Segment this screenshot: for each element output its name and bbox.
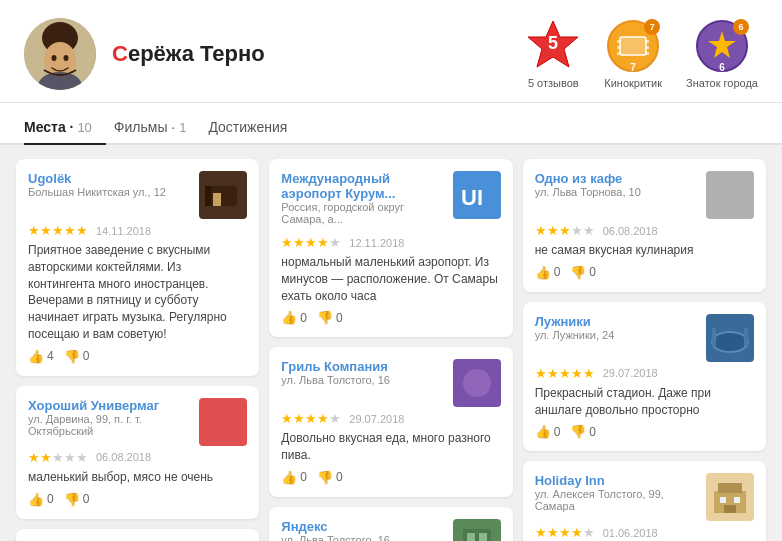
like-univermag[interactable]: 👍0 <box>28 492 54 507</box>
dislike-cafe[interactable]: 👎0 <box>570 265 596 280</box>
dislike-airport[interactable]: 👎0 <box>317 310 343 325</box>
svg-point-4 <box>52 55 57 61</box>
card-holiday-link[interactable]: Holiday Inn <box>535 473 605 488</box>
badge-reviews: 5 5 отзывов <box>526 19 580 89</box>
text-airport: нормальный маленький аэропорт. Из минусо… <box>281 254 500 304</box>
column-3: Одно из кафе ул. Льва Торнова, 10 ★★★★★ … <box>523 159 766 541</box>
card-holiday-thumb <box>706 473 754 521</box>
card-yandex-link[interactable]: Яндекс <box>281 519 327 534</box>
svg-rect-36 <box>467 533 475 541</box>
svg-rect-48 <box>734 497 740 503</box>
like-grill[interactable]: 👍0 <box>281 470 307 485</box>
svg-text:5: 5 <box>548 33 558 53</box>
like-luzhniki[interactable]: 👍0 <box>535 424 561 439</box>
svg-rect-49 <box>724 505 736 513</box>
text-univermag: маленький выбор, мясо не очень <box>28 469 247 486</box>
svg-rect-44 <box>744 328 748 346</box>
text-luzhniki: Прекрасный стадион. Даже при аншлаге дов… <box>535 385 754 419</box>
column-1: Ugolёk Большая Никитская ул., 12 ★★★★★ 1… <box>16 159 259 541</box>
dislike-univermag[interactable]: 👎0 <box>64 492 90 507</box>
card-airport-link[interactable]: Международный аэропорт Курум... <box>281 171 395 201</box>
svg-rect-25 <box>205 186 211 206</box>
card-cafe-link[interactable]: Одно из кафе <box>535 171 623 186</box>
svg-rect-13 <box>617 46 621 49</box>
card-ugolok-thumb <box>199 171 247 219</box>
card-luzhniki-thumb <box>706 314 754 362</box>
name-initial: С <box>112 41 128 66</box>
card-univermag-thumb <box>199 398 247 446</box>
user-name: Серёжа Терно <box>112 41 265 67</box>
card-yandex: Яндекс ул. Льва Толстого, 16 ★★★★★ 01.06… <box>269 507 512 541</box>
tabs: Места · 10 Фильмы · 1 Достижения <box>0 109 782 145</box>
like-ugolok[interactable]: 👍4 <box>28 349 54 364</box>
svg-point-33 <box>463 369 491 397</box>
svg-rect-26 <box>213 193 221 206</box>
svg-rect-37 <box>479 533 487 541</box>
svg-rect-10 <box>620 37 646 55</box>
badge-film-label: Кинокритик <box>604 77 662 89</box>
svg-rect-50 <box>718 483 742 493</box>
card-holiday: Holiday Inn ул. Алексея Толстого, 99, Са… <box>523 461 766 541</box>
svg-rect-16 <box>645 46 649 49</box>
svg-point-5 <box>64 55 69 61</box>
card-cafe-subtitle: ул. Льва Торнова, 10 <box>535 186 698 198</box>
date-grill: 29.07.2018 <box>349 413 404 425</box>
badge-reviews-label: 5 отзывов <box>528 77 579 89</box>
card-ugolok-link[interactable]: Ugolёk <box>28 171 71 186</box>
dislike-luzhniki[interactable]: 👎0 <box>570 424 596 439</box>
svg-rect-47 <box>720 497 726 503</box>
stars-grill: ★★★★★ <box>281 411 341 426</box>
text-ugolok: Приятное заведение с вкусными авторскими… <box>28 242 247 343</box>
card-airport: Международный аэропорт Курум... Россия, … <box>269 159 512 337</box>
card-ugolok-subtitle: Большая Никитская ул., 12 <box>28 186 191 198</box>
card-grill: Гриль Компания ул. Льва Толстого, 16 ★★★… <box>269 347 512 497</box>
svg-text:7: 7 <box>630 62 636 73</box>
date-holiday: 01.06.2018 <box>603 527 658 539</box>
card-yandex-thumb <box>453 519 501 541</box>
svg-rect-12 <box>617 40 621 43</box>
svg-rect-17 <box>645 52 649 55</box>
text-grill: Довольно вкусная еда, много разного пива… <box>281 430 500 464</box>
card-univermag-link[interactable]: Хороший Универмаг <box>28 398 159 413</box>
card-cafe: Одно из кафе ул. Льва Торнова, 10 ★★★★★ … <box>523 159 766 292</box>
tab-films[interactable]: Фильмы · 1 <box>114 109 201 143</box>
stars-univermag: ★★★★★ <box>28 450 88 465</box>
dislike-ugolok[interactable]: 👎0 <box>64 349 90 364</box>
text-cafe: не самая вкусная кулинария <box>535 242 754 259</box>
tab-places[interactable]: Места · 10 <box>24 109 106 143</box>
card-holiday-subtitle: ул. Алексея Толстого, 99, Самара <box>535 488 698 512</box>
date-airport: 12.11.2018 <box>349 237 404 249</box>
svg-text:UI: UI <box>461 185 483 210</box>
header: Серёжа Терно 5 5 отзывов <box>0 0 782 103</box>
dislike-grill[interactable]: 👎0 <box>317 470 343 485</box>
stars-cafe: ★★★★★ <box>535 223 595 238</box>
avatar <box>24 18 96 90</box>
card-ugolok: Ugolёk Большая Никитская ул., 12 ★★★★★ 1… <box>16 159 259 376</box>
tab-achievements[interactable]: Достижения <box>208 109 301 143</box>
svg-rect-14 <box>617 52 621 55</box>
badges-container: 5 5 отзывов <box>526 19 758 89</box>
card-luzhniki-link[interactable]: Лужники <box>535 314 591 329</box>
card-airport-thumb: UI <box>453 171 501 219</box>
stars-holiday: ★★★★★ <box>535 525 595 540</box>
card-univermag: Хороший Универмаг ул. Дарвина, 99, п. г.… <box>16 386 259 519</box>
like-cafe[interactable]: 👍0 <box>535 265 561 280</box>
card-grill-link[interactable]: Гриль Компания <box>281 359 388 374</box>
card-beverly: Beverly Hills Diner Новорязанское ш., 5Б… <box>16 529 259 541</box>
date-luzhniki: 29.07.2018 <box>603 367 658 379</box>
stars-airport: ★★★★★ <box>281 235 341 250</box>
badge-city-count: 6 <box>733 19 749 35</box>
cards-grid: Ugolёk Большая Никитская ул., 12 ★★★★★ 1… <box>0 145 782 541</box>
card-yandex-subtitle: ул. Льва Толстого, 16 <box>281 534 444 541</box>
card-luzhniki: Лужники ул. Лужники, 24 ★★★★★ 29.07.2018… <box>523 302 766 452</box>
card-univermag-subtitle: ул. Дарвина, 99, п. г. т. Октябрьский <box>28 413 191 437</box>
page: Серёжа Терно 5 5 отзывов <box>0 0 782 541</box>
card-grill-thumb <box>453 359 501 407</box>
like-airport[interactable]: 👍0 <box>281 310 307 325</box>
card-airport-subtitle: Россия, городской округ Самара, а... <box>281 201 444 225</box>
svg-rect-43 <box>712 328 716 346</box>
date-univermag: 06.08.2018 <box>96 451 151 463</box>
date-ugolok: 14.11.2018 <box>96 225 151 237</box>
date-cafe: 06.08.2018 <box>603 225 658 237</box>
badge-city-label: Знаток города <box>686 77 758 89</box>
